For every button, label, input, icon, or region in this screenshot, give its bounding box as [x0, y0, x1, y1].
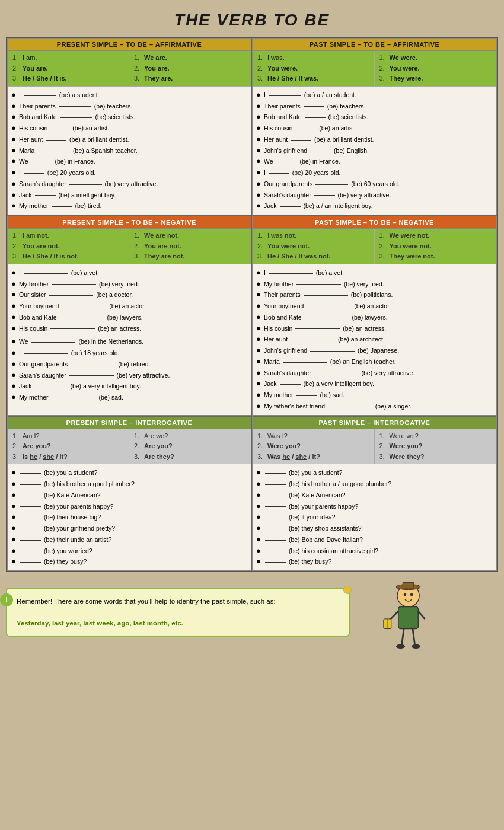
svg-point-3: [404, 593, 407, 596]
main-grid: PRESENT SIMPLE – TO BE – AFFIRMATIVE 1.I…: [6, 37, 498, 572]
svg-point-10: [396, 644, 405, 649]
past-interrogative-header: PAST SIMPLE – INTERROGATIVE: [253, 417, 496, 429]
svg-line-9: [413, 629, 415, 646]
svg-rect-2: [403, 583, 414, 588]
past-affirmative-exercises: ●I (be) a / an student. ●Their parents (…: [253, 87, 496, 215]
past-negative-conjugation: 1.I was not. 2.You were not. 3.He / She …: [253, 229, 496, 264]
past-negative-exercises: ●I (be) a vet. ●My brother (be) very tir…: [253, 264, 496, 415]
past-affirmative-conjugation: 1.I was. 2.You were. 3.He / She / It was…: [253, 51, 496, 87]
present-negative-exercises: ●I (be) a vet. ●My brother (be) very tir…: [8, 264, 251, 406]
past-negative-header: PAST SIMPLE – TO BE – NEGATIVE: [253, 216, 496, 229]
present-affirmative-conjugation: 1.I am. 2.You are. 3.He / She / It is. 1…: [8, 51, 251, 87]
note-examples: Yesterday, last year, last week, ago, la…: [17, 618, 339, 628]
svg-line-7: [418, 611, 425, 619]
svg-line-8: [401, 629, 404, 646]
past-interrogative-exercises: ● (be) you a student? ● (be) his brother…: [253, 464, 496, 570]
note-box: Remember! There are some words that you'…: [6, 588, 350, 637]
svg-point-4: [410, 593, 413, 596]
section-present-affirmative: PRESENT SIMPLE – TO BE – AFFIRMATIVE 1.I…: [7, 38, 252, 215]
present-interrogative-exercises: ● (be) you a student? ● (be) his brother…: [8, 464, 251, 570]
present-interrogative-conjugation: 1.Am I? 2.Are you? 3.Is he / she / it? 1…: [8, 429, 251, 465]
present-interrogative-header: PRESENT SIMPLE – INTERROGATIVE: [8, 417, 251, 429]
section-past-affirmative: PAST SIMPLE – TO BE – AFFIRMATIVE 1.I wa…: [252, 38, 497, 215]
cartoon-character: [362, 579, 433, 656]
section-past-negative: PAST SIMPLE – TO BE – NEGATIVE 1.I was n…: [252, 215, 497, 416]
bottom-area: Remember! There are some words that you'…: [6, 579, 498, 656]
note-pin: [343, 586, 352, 594]
present-affirmative-exercises: ●I (be) a student. ●Their parents (be) t…: [8, 87, 251, 215]
present-affirmative-header: PRESENT SIMPLE – TO BE – AFFIRMATIVE: [8, 39, 251, 51]
section-present-negative: PRESENT SIMPLE – TO BE – NEGATIVE 1.I am…: [7, 215, 252, 416]
svg-point-11: [412, 644, 420, 649]
section-past-interrogative: PAST SIMPLE – INTERROGATIVE 1.Was I? 2.W…: [252, 416, 497, 572]
note-intro: Remember! There are some words that you'…: [17, 596, 339, 606]
present-negative-header: PRESENT SIMPLE – TO BE – NEGATIVE: [8, 216, 251, 229]
present-negative-conjugation: 1.I am not. 2.You are not. 3.He / She / …: [8, 229, 251, 264]
past-interrogative-conjugation: 1.Was I? 2.Were you? 3.Was he / she / it…: [253, 429, 496, 465]
section-present-interrogative: PRESENT SIMPLE – INTERROGATIVE 1.Am I? 2…: [7, 416, 252, 572]
svg-rect-5: [398, 607, 418, 629]
past-affirmative-header: PAST SIMPLE – TO BE – AFFIRMATIVE: [253, 39, 496, 51]
page-title: THE VERB TO BE: [6, 11, 498, 30]
